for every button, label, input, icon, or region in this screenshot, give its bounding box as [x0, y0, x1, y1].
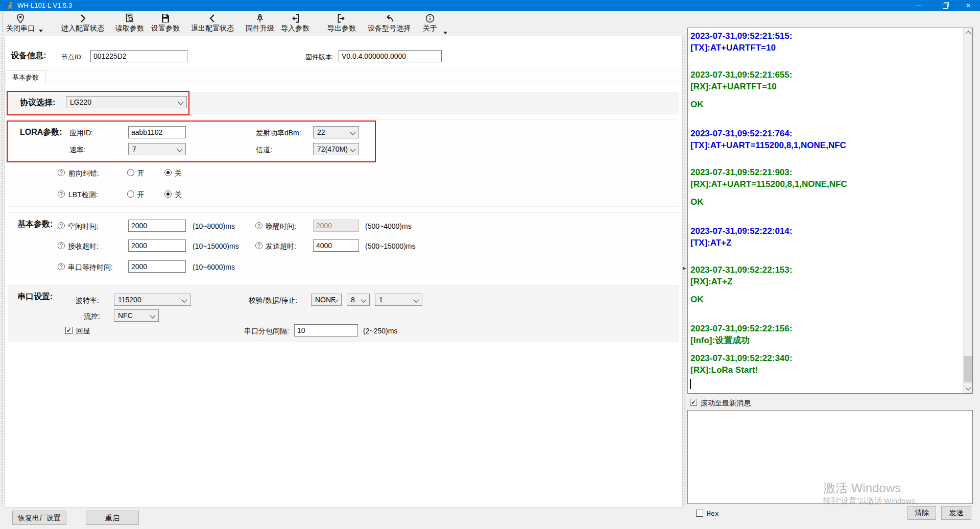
log-scrollbar[interactable] [963, 28, 972, 393]
splitter-collapse-arrow[interactable]: ▶ [683, 266, 686, 271]
channel-select[interactable]: 72(470M) [313, 143, 359, 155]
help-icon[interactable]: ? [58, 169, 65, 176]
chevron-down-icon [150, 312, 155, 318]
rx-timeout-input[interactable] [128, 239, 186, 252]
back-curved-arrow-icon [384, 13, 394, 23]
node-id-input[interactable] [90, 50, 187, 62]
flow-control-select[interactable]: NFC [114, 309, 159, 322]
toolbar-import-params[interactable]: 导入参数 [279, 12, 312, 36]
info-circle-icon [425, 13, 435, 23]
chevron-down-icon [350, 129, 355, 135]
restart-button[interactable]: 重启 [86, 511, 139, 525]
chevron-down-icon [350, 146, 355, 152]
firmware-version-input[interactable] [339, 50, 442, 62]
about-dropdown-caret[interactable] [443, 32, 447, 34]
help-icon[interactable]: ? [58, 242, 65, 249]
scroll-to-latest-checkbox[interactable] [690, 399, 697, 406]
scroll-up-icon[interactable] [965, 31, 971, 36]
uart-wait-input[interactable] [128, 260, 186, 273]
lbt-off-radio[interactable] [164, 190, 172, 198]
activate-windows-watermark-sub: 转到“设置”以激活 Windows。 [823, 496, 923, 506]
log-entry: 2023-07-31,09:52:22:014:[TX]:AT+Z [690, 225, 962, 249]
toolbar-close-serial[interactable]: 关闭串口 [4, 12, 37, 36]
packet-interval-range: (2~250)ms [363, 327, 397, 335]
app-id-input[interactable] [128, 126, 186, 138]
lbt-label: LBT检测: [68, 190, 98, 200]
wake-time-input[interactable] [313, 220, 359, 232]
scroll-to-latest-label: 滚动至最新消息 [701, 399, 751, 408]
protocol-select[interactable]: LG220 [66, 96, 187, 108]
chevron-down-icon [181, 297, 187, 302]
fec-on-label: 开 [137, 169, 145, 178]
help-icon[interactable]: ? [58, 222, 65, 229]
flow-control-label: 流控: [84, 312, 100, 321]
close-serial-dropdown-caret[interactable] [39, 30, 43, 32]
chevron-down-icon [361, 297, 366, 302]
scrollbar-thumb[interactable] [964, 356, 972, 382]
baud-rate-select[interactable]: 115200 [114, 294, 190, 306]
log-entry: 2023-07-31,09:52:22:340:[RX]:LoRa Start! [690, 352, 962, 376]
lbt-on-radio[interactable] [127, 190, 134, 198]
tab-basic-params[interactable]: 基本参数 [6, 70, 45, 85]
close-button[interactable]: ✕ [957, 0, 980, 11]
restore-button[interactable] [934, 0, 957, 11]
log-entry: OK [690, 196, 962, 208]
toolbar-gripper[interactable] [2, 13, 3, 35]
packet-interval-label: 串口分包间隔: [244, 327, 289, 336]
clear-button[interactable]: 清除 [907, 506, 936, 520]
serial-port-close-icon [15, 13, 26, 23]
rate-select[interactable]: 7 [128, 143, 186, 155]
idle-time-input[interactable] [128, 220, 186, 232]
chevron-down-icon [177, 146, 182, 152]
node-id-label: 节点ID: [61, 53, 83, 62]
text-cursor [690, 379, 691, 389]
tx-timeout-input[interactable] [313, 239, 359, 252]
panel-splitter[interactable] [684, 38, 685, 506]
fec-on-radio[interactable] [127, 169, 134, 176]
rocket-icon [255, 13, 265, 23]
tx-power-select[interactable]: 22 [313, 126, 359, 138]
help-icon[interactable]: ? [255, 242, 262, 249]
activate-windows-watermark: 激活 Windows [823, 480, 901, 496]
hex-checkbox[interactable] [696, 510, 703, 517]
toolbar-device-model-select[interactable]: 设备型号选择 [361, 12, 418, 36]
toolbar-set-params[interactable]: 设置参数 [149, 12, 182, 36]
toolbar-firmware-upgrade[interactable]: 固件升级 [244, 12, 276, 36]
factory-reset-button[interactable]: 恢复出厂设置 [12, 511, 66, 525]
log-content: 2023-07-31,09:52:21:515:[TX]:AT+UARTFT=1… [690, 30, 962, 391]
chevron-down-icon [413, 297, 419, 302]
stop-bits-select[interactable]: 1 [375, 294, 422, 306]
tab-strip: 基本参数 [5, 69, 682, 84]
help-icon[interactable]: ? [58, 190, 65, 198]
save-floppy-icon [160, 13, 171, 23]
export-arrow-icon [337, 13, 347, 23]
toolbar-export-params[interactable]: 导出参数 [325, 12, 358, 36]
echo-checkbox[interactable] [65, 327, 73, 334]
lora-params-label: LORA参数: [20, 127, 62, 138]
toolbar-read-params[interactable]: 读取参数 [113, 12, 146, 36]
data-bits-select[interactable]: 8 [347, 294, 370, 306]
minimize-button[interactable] [906, 0, 930, 11]
fec-off-label: 关 [175, 169, 182, 178]
help-icon[interactable]: ? [58, 263, 65, 270]
packet-interval-input[interactable] [294, 324, 358, 336]
fec-label: 前向纠错: [68, 169, 99, 178]
app-icon [6, 2, 14, 10]
send-button[interactable]: 发送 [941, 506, 971, 520]
parity-select[interactable]: NONE [311, 294, 342, 306]
title-bar: WH-L101-L V1.5.3 ✕ [0, 0, 980, 11]
scroll-down-icon[interactable] [965, 384, 971, 390]
log-entry: 2023-07-31,09:52:22:153:[RX]:AT+Z [690, 264, 962, 287]
toolbar-about[interactable]: 关于 [420, 12, 440, 36]
log-output-area[interactable]: 2023-07-31,09:52:21:515:[TX]:AT+UARTFT=1… [687, 28, 973, 394]
toolbar-exit-config[interactable]: 退出配置状态 [184, 12, 241, 36]
protocol-label: 协议选择: [20, 98, 55, 108]
uart-wait-range: (10~6000)ms [193, 263, 235, 271]
left-splitter[interactable] [2, 38, 3, 506]
wake-time-range: (500~4000)ms [365, 222, 412, 230]
toolbar-enter-config[interactable]: 进入配置状态 [54, 12, 111, 36]
chevron-down-icon [178, 99, 183, 105]
fec-off-radio[interactable] [164, 169, 172, 176]
log-entry: OK [690, 294, 962, 305]
help-icon[interactable]: ? [255, 222, 262, 229]
